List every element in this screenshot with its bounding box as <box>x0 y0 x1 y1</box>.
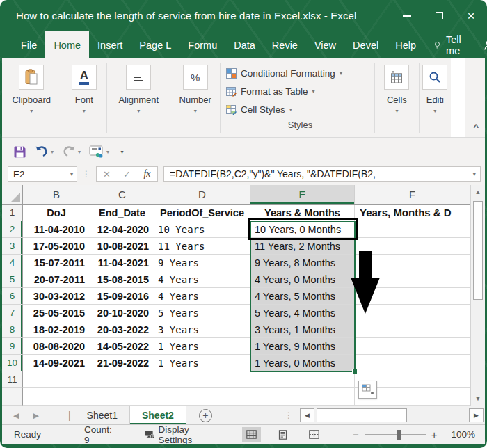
horizontal-scroll-thumb[interactable] <box>317 408 407 422</box>
cell-b9[interactable]: 08-08-2020 <box>23 338 90 355</box>
undo-button[interactable]: ▾ <box>32 145 56 158</box>
normal-view-button[interactable] <box>242 427 261 442</box>
ribbon-tab-data[interactable]: Data <box>225 31 264 58</box>
cell-f2[interactable] <box>355 221 470 238</box>
sheet-tab-sheet2-active[interactable]: Sheet2 <box>129 406 186 424</box>
cell-e8[interactable]: 3 Years, 1 Months <box>250 321 355 338</box>
cell-e7[interactable]: 5 Years, 4 Months <box>250 305 355 321</box>
autofill-options-button[interactable] <box>358 381 377 399</box>
cell-b3[interactable]: 17-05-2010 <box>23 238 90 255</box>
cell-c9[interactable]: 14-05-2022 <box>90 338 154 355</box>
cell-c4[interactable]: 11-04-2021 <box>90 255 154 271</box>
cell-b1[interactable]: DoJ <box>23 205 90 221</box>
conditional-formatting-button[interactable]: Conditional Formatting ▾ <box>226 64 374 82</box>
enter-button[interactable]: ✓ <box>117 169 137 179</box>
cell-partial[interactable] <box>154 388 250 406</box>
cell-c11[interactable] <box>90 371 154 388</box>
ribbon-tab-home[interactable]: Home <box>45 31 89 58</box>
cell-f3[interactable] <box>355 238 470 255</box>
cancel-button[interactable]: ✕ <box>97 169 117 179</box>
cell-f4[interactable] <box>355 255 470 271</box>
select-all-corner[interactable] <box>2 185 23 204</box>
cell-d6[interactable]: 4 Years <box>154 288 250 305</box>
cell-b5[interactable]: 20-07-2011 <box>23 271 90 288</box>
cell-b10[interactable]: 14-09-2021 <box>23 355 90 371</box>
cell-c5[interactable]: 15-08-2015 <box>90 271 154 288</box>
scroll-left-button[interactable]: ◀ <box>300 408 314 422</box>
ribbon-tab-review[interactable]: Revie <box>264 31 306 58</box>
row-header-5[interactable]: 5 <box>2 271 23 288</box>
ribbon-tab-insert[interactable]: Insert <box>89 31 131 58</box>
zoom-level[interactable]: 100% <box>451 429 485 440</box>
cell-f5[interactable] <box>355 271 470 288</box>
ribbon-group-cells[interactable]: Cells ▾ <box>375 58 419 137</box>
cell-c3[interactable]: 10-08-2021 <box>90 238 154 255</box>
cell-b4[interactable]: 15-07-2011 <box>23 255 90 271</box>
row-header-1[interactable]: 1 <box>2 205 23 221</box>
share-button[interactable]: Share <box>475 31 487 58</box>
formula-input[interactable]: =DATEDIF(B2,C2,"y")&" Years, "&DATEDIF(B… <box>163 166 481 182</box>
row-header-6[interactable]: 6 <box>2 288 23 305</box>
cell-d11[interactable] <box>154 371 250 388</box>
column-header-e-selected[interactable]: E <box>250 185 355 204</box>
contact-card-button[interactable]: ▾ <box>86 145 112 159</box>
zoom-slider-thumb[interactable] <box>397 430 401 440</box>
minimize-button[interactable] <box>391 0 423 31</box>
scroll-down-button[interactable]: ▼ <box>471 392 485 406</box>
cell-c1[interactable]: End_Date <box>90 205 154 221</box>
scroll-up-button[interactable]: ▲ <box>471 185 485 199</box>
prev-sheet-button[interactable]: ◀ <box>13 411 19 420</box>
cell-e6[interactable]: 4 Years, 5 Months <box>250 288 355 305</box>
cell-d7[interactable]: 5 Years <box>154 305 250 321</box>
page-layout-view-button[interactable] <box>273 427 292 442</box>
ribbon-tab-developer[interactable]: Devel <box>344 31 387 58</box>
cell-d2[interactable]: 10 Years <box>154 221 250 238</box>
cell-f7[interactable] <box>355 305 470 321</box>
horizontal-scroll-track[interactable] <box>314 408 469 422</box>
cell-d3[interactable]: 11 Years <box>154 238 250 255</box>
cell-c8[interactable]: 20-03-2022 <box>90 321 154 338</box>
row-header-11[interactable]: 11 <box>2 371 23 388</box>
horizontal-scrollbar[interactable]: ◀ ▶ <box>300 406 484 424</box>
ribbon-tab-file[interactable]: File <box>13 31 45 58</box>
ribbon-tab-page-layout[interactable]: Page L <box>131 31 179 58</box>
ribbon-tab-view[interactable]: View <box>306 31 344 58</box>
cell-e11[interactable] <box>250 371 355 388</box>
cell-b7[interactable]: 25-05-2015 <box>23 305 90 321</box>
ribbon-group-editing[interactable]: Editi ▾ <box>420 58 451 137</box>
ribbon-group-clipboard[interactable]: Clipboard ▾ <box>2 58 61 137</box>
insert-function-button[interactable]: fx <box>137 168 157 179</box>
zoom-slider-track[interactable] <box>365 434 426 435</box>
cell-partial[interactable] <box>250 388 355 406</box>
column-header-c[interactable]: C <box>90 185 154 204</box>
cell-b2[interactable]: 11-04-2010 <box>23 221 90 238</box>
row-header-10[interactable]: 10 <box>2 355 23 371</box>
cell-f9[interactable] <box>355 338 470 355</box>
cell-f10[interactable] <box>355 355 470 371</box>
row-header-8[interactable]: 8 <box>2 321 23 338</box>
cell-c2[interactable]: 12-04-2020 <box>90 221 154 238</box>
cell-b6[interactable]: 30-03-2012 <box>23 288 90 305</box>
ribbon-group-number[interactable]: % Number ▾ <box>170 58 220 137</box>
new-sheet-button[interactable]: + <box>199 409 212 422</box>
vertical-scroll-track[interactable] <box>471 199 485 392</box>
cell-e3[interactable]: 11 Years, 2 Months <box>250 238 355 255</box>
row-header-2[interactable]: 2 <box>2 221 23 238</box>
cell-styles-button[interactable]: Cell Styles ▾ <box>226 100 374 118</box>
row-header-9[interactable]: 9 <box>2 338 23 355</box>
vertical-scrollbar[interactable]: ▲ ▼ <box>470 185 485 406</box>
cell-e10[interactable]: 1 Years, 0 Months <box>250 355 355 371</box>
cell-e9[interactable]: 1 Years, 9 Months <box>250 338 355 355</box>
row-header-partial[interactable] <box>2 388 23 406</box>
cell-c10[interactable]: 21-09-2022 <box>90 355 154 371</box>
row-header-4[interactable]: 4 <box>2 255 23 271</box>
cell-e5[interactable]: 4 Years, 0 Months <box>250 271 355 288</box>
cell-e4[interactable]: 9 Years, 8 Months <box>250 255 355 271</box>
row-header-3[interactable]: 3 <box>2 238 23 255</box>
scroll-right-button[interactable]: ▶ <box>469 408 484 422</box>
cell-c6[interactable]: 15-09-2016 <box>90 288 154 305</box>
column-header-d[interactable]: D <box>154 185 250 204</box>
zoom-in-button[interactable]: + <box>426 429 443 440</box>
ribbon-tab-formulas[interactable]: Formu <box>179 31 225 58</box>
cell-f1[interactable]: Years, Months & D <box>355 205 470 221</box>
